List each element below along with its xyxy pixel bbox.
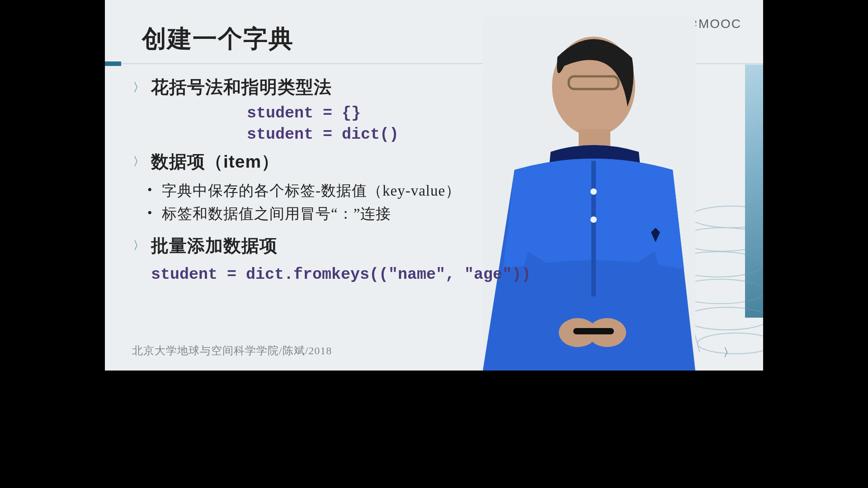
section-2-heading: 数据项（item） [151, 150, 279, 174]
section-1: 〉 花括号法和指明类型法 [131, 75, 538, 99]
slide-frame: 中国大学 MOOC 创建一个字典 [105, 0, 763, 371]
svg-rect-11 [591, 161, 596, 296]
chevron-icon: 〉 [133, 154, 151, 169]
code-line: student = dict.fromkeys(("name", "age")) [151, 264, 538, 286]
chevron-icon: 〉 [133, 80, 151, 95]
right-accent-strip [745, 65, 763, 318]
svg-point-13 [590, 216, 597, 223]
svg-point-12 [590, 188, 597, 195]
code-line: student = {} [247, 103, 538, 124]
section-3-code: student = dict.fromkeys(("name", "age")) [151, 264, 538, 286]
section-3: 〉 批量添加数据项 [131, 234, 538, 258]
section-1-code: student = {} student = dict() [247, 103, 538, 146]
section-2: 〉 数据项（item） [131, 150, 538, 174]
watermark-en: MOOC [698, 17, 741, 31]
code-line: student = dict() [247, 124, 538, 145]
svg-rect-16 [573, 328, 614, 334]
section-2-bullets: 字典中保存的各个标签-数据值（key-value） 标签和数据值之间用冒号“：”… [147, 179, 538, 225]
chevron-icon: 〉 [133, 238, 151, 253]
list-item: 标签和数据值之间用冒号“：”连接 [147, 202, 538, 225]
slide-content: 〉 花括号法和指明类型法 student = {} student = dict… [131, 71, 538, 286]
title-divider-accent [105, 61, 121, 66]
next-chevron-icon: 〉 [723, 345, 734, 360]
section-1-heading: 花括号法和指明类型法 [151, 75, 332, 99]
list-item: 字典中保存的各个标签-数据值（key-value） [147, 179, 538, 202]
slide-title: 创建一个字典 [142, 23, 294, 56]
slide-footer: 北京大学地球与空间科学学院/陈斌/2018 [132, 343, 332, 358]
section-3-heading: 批量添加数据项 [151, 234, 278, 258]
